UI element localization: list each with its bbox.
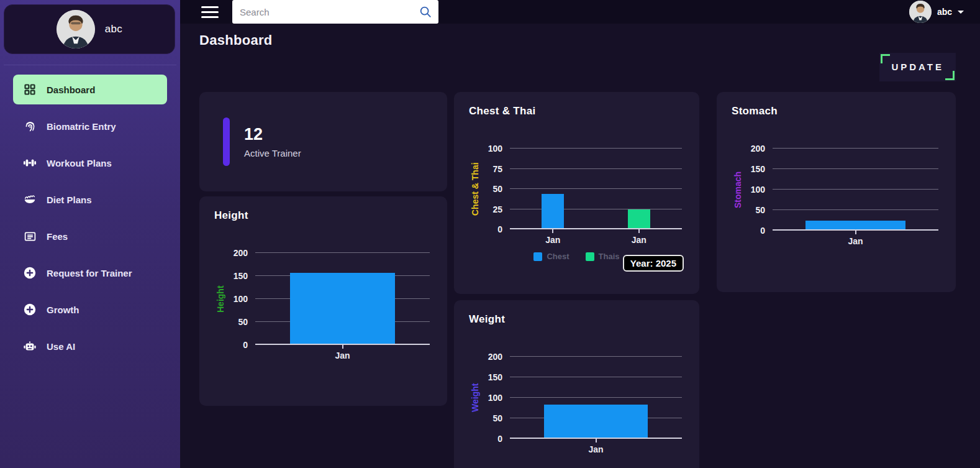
y-tick-label: 50 (755, 205, 765, 215)
sidebar-divider (4, 65, 176, 65)
robot-icon (22, 339, 37, 354)
sidebar-item-biomatric-entry[interactable]: Biomatric Entry (13, 111, 167, 141)
search-input[interactable] (232, 0, 438, 24)
search-icon[interactable] (419, 5, 432, 21)
active-trainer-card: 12 Active Trainer (199, 92, 447, 191)
gridline (510, 228, 682, 229)
user-menu[interactable]: abc (909, 1, 964, 23)
grid-icon (22, 82, 37, 97)
sidebar-item-growth[interactable]: Growth (13, 295, 167, 324)
x-tick-label: Jan (588, 444, 603, 454)
sidebar-item-request-for-trainer[interactable]: Request for Trainer (13, 258, 167, 288)
y-tick-label: 100 (234, 294, 248, 304)
gridline (773, 229, 938, 231)
y-axis-label: Chest & Thai (469, 149, 481, 229)
page-content: Dashboard UPDATE 12 Active Trainer (180, 24, 980, 468)
chart-title: Stomach (732, 105, 941, 117)
legend-label: Thais (599, 252, 620, 261)
sidebar-item-diet-plans[interactable]: Diet Plans (13, 185, 167, 214)
sidebar-item-label: Diet Plans (47, 195, 92, 205)
gridline (510, 438, 682, 439)
y-axis-label: Stomach (732, 149, 744, 231)
dumbbell-icon (22, 155, 37, 170)
sidebar-item-label: Request for Trainer (47, 268, 132, 278)
gridline (510, 188, 682, 189)
gridline (773, 209, 938, 210)
legend-item[interactable]: Thais (586, 252, 620, 261)
list-icon (22, 229, 37, 244)
chart-bar[interactable] (628, 209, 650, 230)
gridline (255, 344, 430, 345)
sidebar-item-use-ai[interactable]: Use AI (13, 331, 167, 361)
fingerprint-icon (22, 119, 37, 134)
y-axis-label: Height (214, 253, 227, 345)
y-tick-label: 200 (751, 144, 765, 154)
plus-circle-icon (22, 302, 37, 317)
x-axis-labels: Jan (255, 345, 430, 364)
y-tick-label: 200 (234, 248, 248, 258)
gridline (255, 252, 430, 253)
y-tick-label: 100 (488, 144, 502, 154)
y-axis-ticks: 0255075100 (481, 149, 510, 229)
user-avatar (57, 10, 95, 48)
diet-bowl-icon (22, 192, 37, 207)
x-tick-label: Jan (545, 235, 560, 245)
sidebar-item-workout-plans[interactable]: Workout Plans (13, 148, 167, 178)
plot-area (773, 149, 938, 231)
chart-bar[interactable] (542, 194, 564, 229)
sidebar-item-dashboard[interactable]: Dashboard (13, 75, 167, 104)
corner-bracket (945, 71, 955, 80)
y-tick-label: 200 (488, 352, 502, 362)
sidebar-item-label: Use AI (47, 341, 75, 352)
gridline (510, 356, 682, 357)
hamburger-menu-icon[interactable] (201, 6, 219, 18)
y-axis-ticks: 050100150200 (744, 149, 773, 231)
legend-label: Chest (547, 252, 569, 261)
y-tick-label: 100 (488, 393, 502, 403)
x-tick-label: Jan (848, 236, 863, 246)
plot-area (510, 149, 682, 229)
chart-title: Chest & Thai (469, 105, 684, 117)
gridline (510, 209, 682, 209)
gridline (510, 377, 682, 377)
main-area: abc Dashboard UPDATE 12 Active Trainer (180, 0, 980, 468)
x-axis-labels: Jan (773, 231, 938, 249)
y-axis-ticks: 050100150200 (227, 253, 255, 345)
sidebar-item-fees[interactable]: Fees (13, 221, 167, 251)
user-name: abc (937, 7, 952, 17)
y-tick-label: 50 (238, 317, 248, 327)
gridline (510, 148, 682, 149)
active-trainer-label: Active Trainer (244, 148, 301, 158)
chart-bar[interactable] (290, 273, 395, 345)
chevron-down-icon (958, 11, 964, 14)
y-axis-ticks: 050100150200 (481, 357, 510, 439)
profile-name: abc (105, 23, 122, 35)
y-tick-label: 0 (243, 340, 248, 350)
chest-thai-chart-card: Chest & Thai Chest & Thai 0255075100 Jan… (454, 92, 699, 294)
stomach-chart-card: Stomach Stomach 050100150200 Jan (717, 92, 956, 292)
plot-area (255, 253, 430, 345)
user-avatar (909, 1, 932, 23)
y-tick-label: 75 (492, 164, 502, 174)
y-tick-label: 100 (751, 185, 765, 195)
sidebar: abc Dashboard Biomatric Entry (0, 0, 180, 468)
y-tick-label: 150 (751, 164, 765, 174)
chart-title: Weight (469, 313, 684, 326)
update-button[interactable]: UPDATE (879, 53, 956, 81)
topbar: abc (180, 0, 980, 24)
x-axis-labels: Jan (510, 439, 682, 457)
y-tick-label: 150 (488, 372, 502, 382)
gridline (773, 189, 938, 190)
y-tick-label: 0 (497, 434, 502, 444)
gridline (773, 148, 938, 149)
y-tick-label: 25 (492, 204, 502, 214)
x-axis-labels: JanJan (510, 229, 682, 248)
x-tick-label: Jan (335, 351, 350, 360)
chart-bar[interactable] (544, 405, 647, 439)
update-button-label: UPDATE (891, 62, 944, 72)
x-tick-mark (638, 229, 640, 233)
legend-swatch (533, 252, 542, 261)
sidebar-nav: Dashboard Biomatric Entry Workout Plans (0, 75, 180, 361)
legend-item[interactable]: Chest (533, 252, 569, 261)
plus-circle-icon (22, 265, 37, 280)
